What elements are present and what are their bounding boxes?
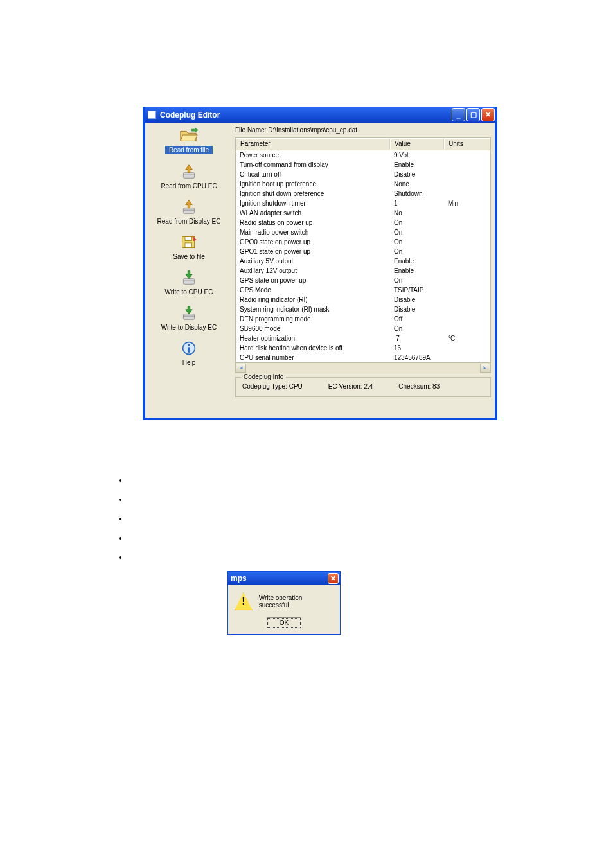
cell-param[interactable]: Ignition shut down preference — [236, 189, 390, 199]
cell-value[interactable]: Shutdown — [390, 189, 444, 199]
sidebar-item-save-to-file[interactable]: Save to file — [149, 234, 229, 260]
cell-units[interactable] — [444, 237, 490, 247]
table-row[interactable]: DEN programming modeOff — [236, 314, 490, 324]
horizontal-scrollbar[interactable]: ◄ ► — [235, 363, 491, 373]
cell-units[interactable] — [444, 189, 490, 199]
cell-value[interactable]: Disable — [390, 295, 444, 305]
cell-value[interactable]: TSIP/TAIP — [390, 285, 444, 295]
maximize-button[interactable]: ▢ — [466, 108, 480, 121]
table-row[interactable]: Hard disk heating when device is off16 — [236, 343, 490, 353]
cell-param[interactable]: Power source — [236, 150, 390, 160]
table-row[interactable]: GPS state on power upOn — [236, 276, 490, 285]
cell-param[interactable]: Ignition shutdown timer — [236, 199, 390, 208]
cell-value[interactable]: On — [390, 227, 444, 237]
cell-param[interactable]: GPS state on power up — [236, 276, 390, 285]
minimize-button[interactable]: _ — [452, 108, 465, 121]
table-row[interactable]: SB9600 modeOn — [236, 324, 490, 333]
cell-units[interactable] — [444, 343, 490, 353]
cell-units[interactable]: °C — [444, 333, 490, 343]
cell-value[interactable]: Disable — [390, 305, 444, 314]
cell-param[interactable]: WLAN adapter switch — [236, 208, 390, 218]
table-row[interactable]: GPO0 state on power upOn — [236, 237, 490, 247]
cell-value[interactable]: -7 — [390, 333, 444, 343]
cell-value[interactable]: Enable — [390, 256, 444, 266]
cell-value[interactable]: Disable — [390, 170, 444, 179]
cell-param[interactable]: Auxiliary 5V output — [236, 256, 390, 266]
cell-param[interactable]: Auxiliary 12V output — [236, 266, 390, 276]
cell-units[interactable] — [444, 150, 490, 160]
cell-units[interactable] — [444, 305, 490, 314]
cell-units[interactable] — [444, 353, 490, 362]
dialog-titlebar[interactable]: mps ✕ — [228, 572, 340, 585]
cell-value[interactable]: 16 — [390, 343, 444, 353]
cell-value[interactable]: Enable — [390, 160, 444, 170]
sidebar-item-write-to-cpu-ec[interactable]: Write to CPU EC — [149, 269, 229, 296]
table-row[interactable]: Critical turn offDisable — [236, 170, 490, 179]
titlebar[interactable]: Codeplug Editor _ ▢ ✕ — [145, 107, 495, 123]
cell-param[interactable]: Ignition boot up preference — [236, 179, 390, 189]
cell-param[interactable]: Radio ring indicator (RI) — [236, 295, 390, 305]
table-row[interactable]: GPO1 state on power upOn — [236, 247, 490, 256]
sidebar-item-write-to-display-ec[interactable]: Write to Display EC — [149, 305, 229, 331]
cell-value[interactable]: 1 — [390, 199, 444, 208]
cell-units[interactable] — [444, 170, 490, 179]
table-row[interactable]: Auxiliary 5V outputEnable — [236, 256, 490, 266]
cell-value[interactable]: No — [390, 208, 444, 218]
cell-value[interactable]: None — [390, 179, 444, 189]
cell-param[interactable]: DEN programming mode — [236, 314, 390, 324]
cell-units[interactable] — [444, 256, 490, 266]
table-row[interactable]: Heater optimization-7°C — [236, 333, 490, 343]
cell-param[interactable]: SB9600 mode — [236, 324, 390, 333]
table-row[interactable]: WLAN adapter switchNo — [236, 208, 490, 218]
cell-value[interactable]: 9 Volt — [390, 150, 444, 160]
scroll-left-button[interactable]: ◄ — [236, 364, 246, 373]
table-row[interactable]: System ring indicator (RI) maskDisable — [236, 305, 490, 314]
cell-units[interactable] — [444, 227, 490, 237]
table-row[interactable]: Radio ring indicator (RI)Disable — [236, 295, 490, 305]
col-units[interactable]: Units — [444, 138, 490, 150]
table-row[interactable]: CPU serial number123456789A — [236, 353, 490, 362]
cell-units[interactable] — [444, 314, 490, 324]
dialog-close-button[interactable]: ✕ — [328, 573, 339, 584]
grid-body[interactable]: Power source9 VoltTurn-off command from … — [236, 150, 490, 362]
sidebar-item-read-from-display-ec[interactable]: Read from Display EC — [149, 199, 229, 225]
sidebar-item-read-from-file[interactable]: Read from file — [149, 127, 229, 154]
cell-units[interactable] — [444, 276, 490, 285]
cell-value[interactable]: On — [390, 276, 444, 285]
table-row[interactable]: Main radio power switchOn — [236, 227, 490, 237]
cell-param[interactable]: Critical turn off — [236, 170, 390, 179]
cell-units[interactable]: Min — [444, 199, 490, 208]
cell-param[interactable]: Main radio power switch — [236, 227, 390, 237]
cell-param[interactable]: GPS Mode — [236, 285, 390, 295]
cell-value[interactable]: On — [390, 247, 444, 256]
scroll-right-button[interactable]: ► — [480, 364, 490, 373]
cell-units[interactable] — [444, 208, 490, 218]
table-row[interactable]: Auxiliary 12V outputEnable — [236, 266, 490, 276]
cell-param[interactable]: GPO0 state on power up — [236, 237, 390, 247]
cell-value[interactable]: Off — [390, 314, 444, 324]
table-row[interactable]: GPS ModeTSIP/TAIP — [236, 285, 490, 295]
cell-param[interactable]: Hard disk heating when device is off — [236, 343, 390, 353]
parameter-grid[interactable]: Parameter Value Units Power source9 Volt… — [235, 137, 491, 363]
cell-units[interactable] — [444, 266, 490, 276]
col-value[interactable]: Value — [390, 138, 444, 150]
cell-param[interactable]: Turn-off command from display — [236, 160, 390, 170]
sidebar-item-help[interactable]: Help — [149, 340, 229, 366]
cell-value[interactable]: 123456789A — [390, 353, 444, 362]
table-row[interactable]: Turn-off command from displayEnable — [236, 160, 490, 170]
cell-param[interactable]: Radio status on power up — [236, 218, 390, 227]
table-row[interactable]: Ignition shut down preferenceShutdown — [236, 189, 490, 199]
cell-units[interactable] — [444, 324, 490, 333]
close-button[interactable]: ✕ — [481, 108, 495, 121]
sidebar-item-read-from-cpu-ec[interactable]: Read from CPU EC — [149, 163, 229, 190]
ok-button[interactable]: OK — [267, 618, 301, 628]
cell-value[interactable]: Enable — [390, 266, 444, 276]
cell-units[interactable] — [444, 247, 490, 256]
cell-param[interactable]: GPO1 state on power up — [236, 247, 390, 256]
cell-units[interactable] — [444, 179, 490, 189]
cell-value[interactable]: On — [390, 324, 444, 333]
cell-units[interactable] — [444, 160, 490, 170]
table-row[interactable]: Ignition shutdown timer1Min — [236, 199, 490, 208]
cell-param[interactable]: Heater optimization — [236, 333, 390, 343]
cell-param[interactable]: System ring indicator (RI) mask — [236, 305, 390, 314]
